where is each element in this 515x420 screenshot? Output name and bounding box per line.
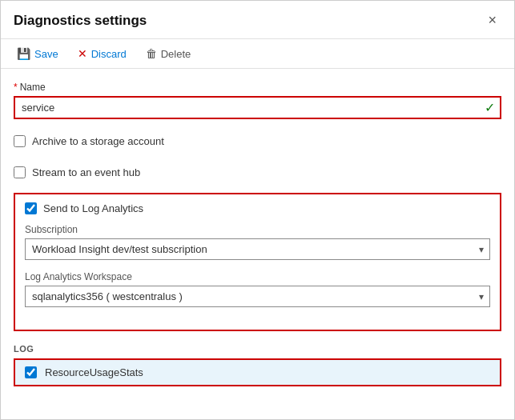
name-field-group: * Name ✓ — [14, 82, 501, 119]
log-analytics-header: Send to Log Analytics — [25, 202, 490, 214]
subscription-label: Subscription — [25, 224, 490, 235]
valid-checkmark-icon: ✓ — [485, 100, 500, 115]
close-button[interactable]: × — [483, 10, 501, 30]
stream-checkbox-row: Stream to an event hub — [14, 162, 501, 183]
form-content: * Name ✓ Archive to a storage account St… — [1, 69, 514, 419]
save-button[interactable]: 💾 Save — [14, 46, 62, 62]
discard-button[interactable]: ✕ Discard — [74, 46, 130, 62]
discard-icon: ✕ — [78, 47, 87, 60]
save-icon: 💾 — [17, 47, 30, 60]
log-analytics-label: Send to Log Analytics — [43, 202, 143, 214]
required-star: * — [14, 82, 18, 93]
archive-checkbox[interactable] — [14, 135, 26, 147]
workspace-dropdown-wrapper: sqlanalytics356 ( westcentralus ) ▾ — [25, 286, 490, 307]
delete-icon: 🗑 — [146, 47, 157, 60]
save-label: Save — [34, 48, 58, 60]
name-input[interactable] — [15, 98, 485, 118]
diagnostics-settings-dialog: Diagnostics settings × 💾 Save ✕ Discard … — [0, 0, 515, 420]
name-label-text: Name — [20, 82, 46, 93]
log-section-header: LOG — [14, 344, 501, 354]
subscription-dropdown-wrapper: Workload Insight dev/test subscription ▾ — [25, 238, 490, 260]
workspace-field-group: Log Analytics Workspace sqlanalytics356 … — [25, 271, 490, 307]
name-field-label: * Name — [14, 82, 501, 93]
log-table: ResourceUsageStats — [14, 358, 501, 386]
log-analytics-checkbox[interactable] — [25, 202, 37, 214]
workspace-select[interactable]: sqlanalytics356 ( westcentralus ) — [25, 286, 490, 307]
dialog-header: Diagnostics settings × — [1, 1, 514, 39]
subscription-select[interactable]: Workload Insight dev/test subscription — [25, 238, 490, 260]
name-input-wrapper: ✓ — [14, 96, 501, 119]
resource-usage-stats-checkbox[interactable] — [25, 366, 37, 378]
table-row: ResourceUsageStats — [15, 360, 500, 385]
delete-button[interactable]: 🗑 Delete — [143, 46, 195, 62]
subscription-field-group: Subscription Workload Insight dev/test s… — [25, 224, 490, 260]
discard-label: Discard — [91, 48, 127, 60]
archive-label: Archive to a storage account — [32, 135, 164, 147]
delete-label: Delete — [161, 48, 191, 60]
stream-label: Stream to an event hub — [32, 166, 140, 178]
resource-usage-stats-label: ResourceUsageStats — [45, 366, 143, 378]
dialog-title: Diagnostics settings — [14, 13, 147, 29]
stream-checkbox[interactable] — [14, 166, 26, 178]
archive-checkbox-row: Archive to a storage account — [14, 130, 501, 152]
toolbar: 💾 Save ✕ Discard 🗑 Delete — [1, 39, 514, 69]
log-analytics-section: Send to Log Analytics Subscription Workl… — [14, 193, 501, 331]
log-section: LOG ResourceUsageStats — [14, 344, 501, 386]
workspace-label: Log Analytics Workspace — [25, 271, 490, 282]
